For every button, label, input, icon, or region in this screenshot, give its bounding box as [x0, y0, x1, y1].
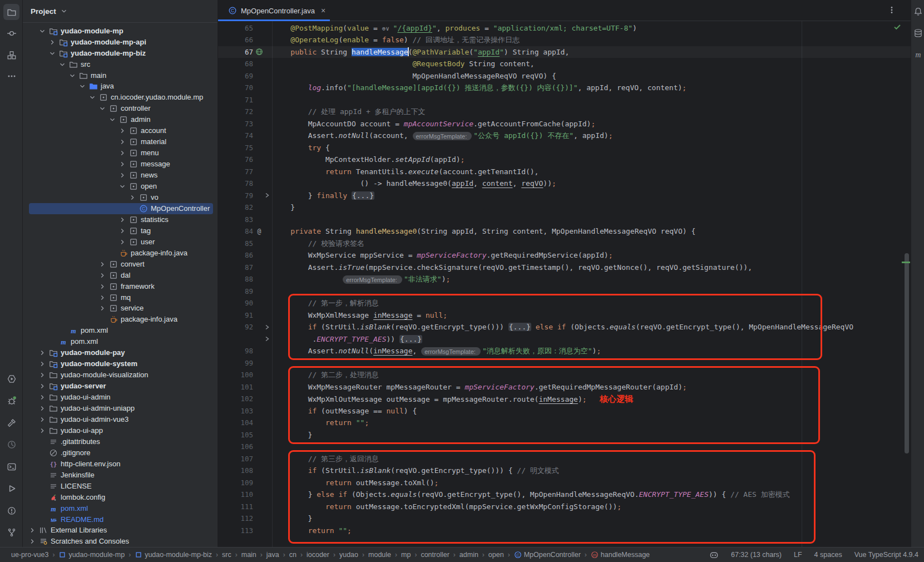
tree-item--gitignore[interactable]: .gitignore [23, 447, 218, 459]
line-number[interactable]: 85 [218, 238, 253, 250]
rest-api-gutter-icon[interactable] [255, 47, 264, 56]
maven-icon[interactable]: m [912, 49, 923, 60]
code-line[interactable]: 84@ private String handleMessage0(String… [218, 225, 911, 238]
copilot-status-widget[interactable] [709, 550, 719, 560]
breadcrumb-item-cn[interactable]: cn [289, 551, 297, 559]
tree-item-cn-iocoder-yudao-module-mp[interactable]: cn.iocoder.yudao.module.mp [23, 92, 218, 103]
breadcrumb-item-mpopencontroller[interactable]: CMpOpenController [514, 551, 581, 559]
breadcrumb-item-java[interactable]: java [266, 551, 279, 559]
tree-item-vo[interactable]: vo [23, 192, 218, 203]
line-number[interactable]: 110 [218, 489, 253, 501]
code-line[interactable]: 70 log.info("[handleMessage][appId({}) 推… [218, 82, 911, 94]
kebab-menu-icon[interactable] [885, 3, 898, 17]
tree-item-dal[interactable]: dal [23, 270, 218, 281]
tree-item-framework[interactable]: framework [23, 281, 218, 292]
tree-item-package-info-java[interactable]: package-info.java [23, 248, 218, 259]
project-folder-icon[interactable] [3, 4, 19, 20]
line-number[interactable]: 83 [218, 214, 253, 226]
fold-arrow-icon[interactable] [263, 334, 271, 343]
chevron-right-icon[interactable] [98, 304, 107, 313]
chevron-right-icon[interactable] [98, 293, 107, 302]
tree-item-src[interactable]: src [23, 59, 218, 70]
status-widget-vue-typescript-4-9-4[interactable]: Vue TypeScript 4.9.4 [854, 551, 918, 559]
line-number[interactable]: 78 [218, 178, 253, 190]
code-line[interactable]: 69 MpOpenHandleMessageReqVO reqVO) { [218, 70, 911, 82]
code-line[interactable]: 98 Assert.notNull(inMessage, errorMsgTem… [218, 345, 911, 357]
line-number[interactable]: 111 [218, 501, 253, 513]
line-number[interactable]: 77 [218, 166, 253, 178]
code-line[interactable]: 82 } [218, 201, 911, 214]
tree-item-yudao-module-system[interactable]: yudao-module-system [23, 358, 218, 369]
chevron-right-icon[interactable] [98, 260, 107, 269]
tree-item-jenkinsfile[interactable]: Jenkinsfile [23, 470, 218, 481]
code-line[interactable]: 65 @PostMapping(value = ⊕∨ "/{appId}", p… [218, 22, 911, 34]
fold-arrow-icon[interactable] [263, 323, 271, 332]
code-line[interactable]: 112 } [218, 512, 911, 525]
line-number[interactable]: 75 [218, 142, 253, 154]
line-number[interactable]: 66 [218, 34, 253, 46]
database-icon[interactable] [912, 27, 923, 38]
run-icon[interactable] [3, 371, 19, 387]
line-number[interactable]: 84 [218, 225, 253, 238]
code-line[interactable]: 90 // 第一步，解析消息 [218, 297, 911, 309]
code-line[interactable]: 110 } else if (Objects.equals(reqVO.getE… [218, 489, 911, 501]
chevron-right-icon[interactable] [38, 426, 47, 435]
line-number[interactable]: 90 [218, 297, 253, 309]
code-line[interactable]: 72 // 处理 appId + 多租户的上下文 [218, 106, 911, 118]
code-line[interactable]: 105 } [218, 429, 911, 441]
chevron-down-icon[interactable] [38, 27, 47, 36]
breadcrumb-item-module[interactable]: module [368, 551, 391, 559]
tree-item--gitattributes[interactable]: .gitattributes [23, 436, 218, 447]
line-number[interactable]: 92 [218, 321, 253, 333]
tree-item-pom-xml[interactable]: mpom.xml [23, 325, 218, 336]
code-line[interactable]: 83 [218, 214, 911, 226]
code-line[interactable]: 102 WxMpXmlOutMessage outMessage = mpMes… [218, 393, 911, 405]
breadcrumb-item-yudao-module-mp[interactable]: yudao-module-mp [58, 551, 125, 559]
tab-mpopencontroller[interactable]: C MpOpenController.java × [221, 0, 333, 21]
tree-item-lombok-config[interactable]: lombok.config [23, 492, 218, 503]
chevron-right-icon[interactable] [128, 193, 137, 202]
line-number[interactable]: 71 [218, 94, 253, 106]
tree-item-readme-md[interactable]: MREADME.md [23, 514, 218, 525]
tree-item-external-libraries[interactable]: External Libraries [23, 525, 218, 536]
tree-item-controller[interactable]: controller [23, 103, 218, 114]
breadcrumb-item-ue-pro-vue3[interactable]: ue-pro-vue3 [11, 551, 48, 559]
more-icon[interactable] [3, 68, 19, 85]
code-line[interactable]: 71 [218, 94, 911, 106]
code-line[interactable]: 86 WxMpService mppService = mpServiceFac… [218, 249, 911, 262]
tree-item-yudao-module-visualization[interactable]: yudao-module-visualization [23, 369, 218, 381]
line-number[interactable]: 87 [218, 262, 253, 274]
close-icon[interactable]: × [321, 6, 325, 15]
tree-item-material[interactable]: material [23, 136, 218, 147]
tree-item-main[interactable]: main [23, 70, 218, 81]
tree-item-yudao-server[interactable]: yudao-server [23, 381, 218, 392]
tree-item-license[interactable]: LICENSE [23, 481, 218, 492]
chevron-right-icon[interactable] [98, 271, 107, 280]
fold-arrow-icon[interactable] [263, 191, 271, 200]
chevron-down-icon[interactable] [118, 182, 127, 191]
line-number[interactable]: 101 [218, 381, 253, 393]
line-number[interactable]: 91 [218, 309, 253, 322]
tree-item-yudao-module-mp-api[interactable]: yudao-module-mp-api [23, 37, 218, 48]
breadcrumb-item-open[interactable]: open [488, 551, 504, 559]
code-line[interactable]: 66 @OperateLog(enable = false) // 回调地址，无… [218, 34, 911, 46]
line-number[interactable]: 99 [218, 357, 253, 369]
line-number[interactable]: 74 [218, 130, 253, 142]
breadcrumb-item-mp[interactable]: mp [401, 551, 411, 559]
line-number[interactable]: 69 [218, 70, 253, 82]
chevron-right-icon[interactable] [118, 126, 127, 135]
code-line[interactable]: 106 [218, 441, 911, 453]
line-number[interactable]: 113 [218, 525, 253, 537]
line-number[interactable]: 112 [218, 512, 253, 525]
tree-item-service[interactable]: service [23, 303, 218, 314]
code-line[interactable]: 100 // 第二步，处理消息 [218, 369, 911, 381]
tree-item-user[interactable]: user [23, 236, 218, 248]
tree-item-pom-xml[interactable]: mpom.xml [23, 336, 218, 347]
services-icon[interactable] [3, 481, 19, 497]
version-control-icon[interactable] [3, 525, 19, 541]
copilot-icon[interactable] [709, 550, 719, 560]
line-number[interactable]: 76 [218, 154, 253, 166]
code-viewport[interactable]: 65 @PostMapping(value = ⊕∨ "/{appId}", p… [218, 21, 911, 547]
code-line[interactable]: 88 errorMsgTemplate: "非法请求"); [218, 273, 911, 285]
line-number[interactable]: 107 [218, 453, 253, 465]
